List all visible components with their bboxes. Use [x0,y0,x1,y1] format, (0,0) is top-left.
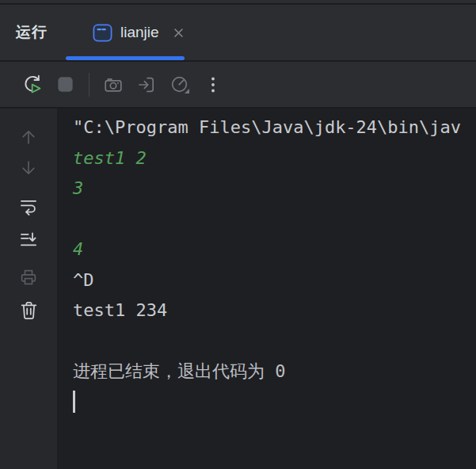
run-console-icon [93,24,112,42]
print-button[interactable] [16,265,41,290]
console-line: 3 [73,173,476,204]
camera-icon [103,74,124,95]
run-tool-window: 运行 lianjie [0,0,476,469]
attach-button[interactable] [134,72,159,97]
prev-occurrence-button[interactable] [16,124,41,150]
console-line: "C:\Program Files\Java\jdk-24\bin\jav [73,112,476,143]
tab-lianjie[interactable]: lianjie [66,5,196,60]
tool-window-header: 运行 lianjie [0,5,476,60]
soft-wrap-icon [18,196,39,216]
rerun-icon [21,74,43,95]
console-line [73,204,476,235]
scroll-to-end-button[interactable] [16,227,41,253]
close-icon[interactable] [172,26,185,40]
console-output[interactable]: "C:\Program Files\Java\jdk-24\bin\javtes… [57,109,476,469]
console-line: 4 [73,234,476,265]
soft-wrap-button[interactable] [16,193,41,219]
more-options-icon [203,74,223,95]
console-panel: "C:\Program Files\Java\jdk-24\bin\javtes… [0,109,476,469]
console-line: 进程已结束，退出代码为 0 [73,357,476,387]
toolbar-separator [89,73,89,97]
console-line [73,387,476,418]
down-arrow-icon [18,158,39,178]
more-options-button[interactable] [200,72,226,97]
text-cursor [73,391,75,413]
panel-title: 运行 [16,22,48,43]
stop-icon [55,74,75,94]
screenshot-button[interactable] [101,72,126,97]
up-arrow-icon [18,127,39,147]
gauge-icon [169,74,191,95]
trash-icon [18,299,40,322]
clear-all-button[interactable] [16,298,41,323]
console-line: test1 234 [73,296,476,326]
console-line: ^D [73,265,476,296]
next-occurrence-button[interactable] [16,155,41,181]
exit-arrow-icon [136,74,157,95]
scroll-to-end-icon [18,230,39,250]
console-line: test1 2 [73,143,476,174]
tab-label: lianjie [120,24,159,41]
stop-button[interactable] [52,72,78,97]
printer-icon [18,267,39,288]
console-left-toolbar [0,109,57,469]
run-toolbar [0,62,476,107]
console-line [73,326,476,357]
profiler-button[interactable] [167,72,192,97]
rerun-button[interactable] [19,72,44,97]
